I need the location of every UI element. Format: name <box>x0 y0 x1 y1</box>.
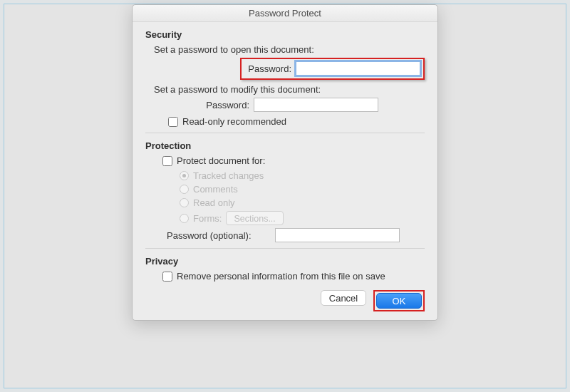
radio-forms[interactable] <box>180 214 189 223</box>
password-optional-row: Password (optional): <box>154 228 425 242</box>
radio-forms-label: Forms: <box>193 213 222 224</box>
password-optional-label: Password (optional): <box>167 230 275 241</box>
remove-personal-checkbox[interactable] <box>162 272 172 282</box>
radio-read-only[interactable] <box>180 198 189 207</box>
modify-password-field-label: Password: <box>154 100 254 110</box>
radio-read-only-row: Read only <box>180 197 425 208</box>
read-only-label: Read-only recommended <box>182 116 286 127</box>
radio-comments[interactable] <box>180 185 189 194</box>
protect-for-row: Protect document for: <box>162 155 425 166</box>
remove-personal-label: Remove personal information from this fi… <box>177 271 385 282</box>
password-protect-dialog: Password Protect Security Set a password… <box>132 4 438 321</box>
radio-tracked-changes-row: Tracked changes <box>180 170 425 181</box>
read-only-row: Read-only recommended <box>168 116 425 127</box>
password-optional-input[interactable] <box>275 228 400 242</box>
protection-heading: Protection <box>145 140 425 151</box>
privacy-heading: Privacy <box>145 256 425 267</box>
sections-button[interactable]: Sections... <box>226 211 283 225</box>
read-only-checkbox[interactable] <box>168 117 178 127</box>
cancel-button[interactable]: Cancel <box>321 290 366 306</box>
modify-password-description: Set a password to modify this document: <box>154 84 425 95</box>
radio-comments-row: Comments <box>180 184 425 195</box>
radio-comments-label: Comments <box>193 184 238 195</box>
modify-password-row: Password: <box>154 98 425 112</box>
remove-personal-row: Remove personal information from this fi… <box>162 271 425 282</box>
radio-tracked-changes-label: Tracked changes <box>193 170 264 181</box>
dialog-title: Password Protect <box>249 8 321 19</box>
open-password-field-label: Password: <box>244 63 296 74</box>
open-password-description: Set a password to open this document: <box>154 44 425 55</box>
protect-for-checkbox[interactable] <box>162 156 172 166</box>
protect-for-label: Protect document for: <box>177 155 265 166</box>
ok-button[interactable]: OK <box>376 293 422 309</box>
modify-password-input[interactable] <box>254 98 378 112</box>
security-heading: Security <box>145 29 425 40</box>
page-background: Password Protect Security Set a password… <box>4 4 566 388</box>
open-password-row: x Password: <box>154 58 425 80</box>
open-password-input[interactable] <box>296 61 420 76</box>
radio-forms-row: Forms: Sections... <box>180 211 425 225</box>
dialog-button-row: Cancel OK <box>145 286 425 311</box>
divider-1 <box>145 133 425 133</box>
divider-2 <box>145 248 425 249</box>
dialog-titlebar: Password Protect <box>133 5 437 22</box>
protection-radio-group: Tracked changes Comments Read only Forms… <box>180 170 425 225</box>
ok-button-highlight: OK <box>373 290 425 311</box>
open-password-highlight: Password: <box>240 58 425 80</box>
radio-tracked-changes[interactable] <box>180 171 189 180</box>
dialog-content: Security Set a password to open this doc… <box>133 22 437 320</box>
radio-read-only-label: Read only <box>193 197 235 208</box>
